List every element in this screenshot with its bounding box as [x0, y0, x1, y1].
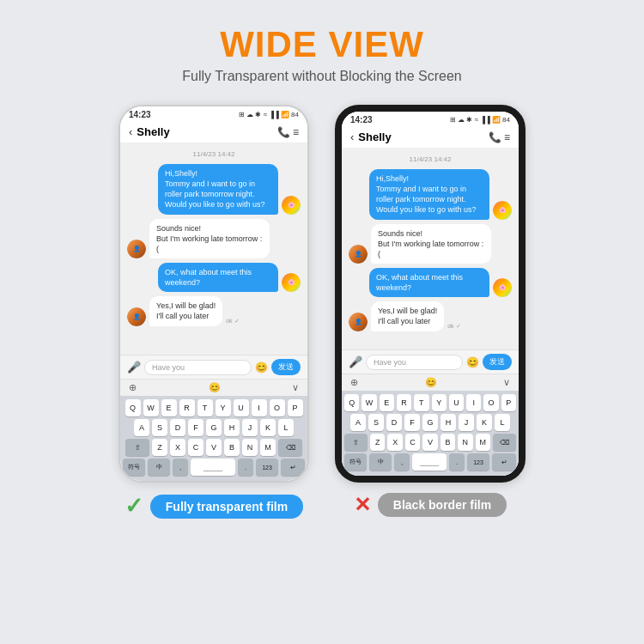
phone1-expand-icon[interactable]: ∨ — [292, 382, 299, 393]
phone2-key-chinese[interactable]: 中 — [369, 453, 392, 471]
phone2-key-v[interactable]: V — [422, 434, 437, 451]
phone1-avatar4: 👤 — [127, 307, 146, 326]
phone1-key-a[interactable]: A — [134, 419, 149, 436]
phone1-key-period[interactable]: . — [238, 459, 253, 476]
phone2-key-r[interactable]: R — [397, 394, 411, 411]
phone1-key-h[interactable]: H — [224, 419, 240, 436]
phone2-key-t[interactable]: T — [414, 394, 428, 411]
phone2-key-del[interactable]: ⌫ — [493, 434, 516, 451]
phone1-key-shift[interactable]: ⇧ — [125, 439, 149, 456]
phone1-date-label: 11/4/23 14:42 — [127, 150, 301, 158]
phone2-key-g[interactable]: G — [422, 414, 438, 431]
phone1-key-o[interactable]: O — [270, 399, 285, 416]
phone1-key-p[interactable]: P — [288, 399, 303, 416]
phone2-key-h[interactable]: H — [440, 414, 456, 431]
phone1-key-d[interactable]: D — [170, 419, 185, 436]
phone2-key-p[interactable]: P — [501, 394, 516, 411]
phone2-key-a[interactable]: A — [350, 414, 366, 431]
phone1-key-u[interactable]: U — [234, 399, 249, 416]
phone1-emoji-icon[interactable]: 😊 — [255, 361, 268, 374]
phone2-emoji2-icon[interactable]: 😊 — [425, 377, 437, 388]
phone1-key-j[interactable]: J — [242, 419, 258, 436]
phone1-key-t[interactable]: T — [197, 399, 213, 416]
phone2-status-icons: ⊞ ☁ ✱ ≈ ▐▐ 📶 84 — [450, 116, 510, 124]
phone1-key-c[interactable]: C — [188, 439, 204, 456]
phone2-cross-icon: ✕ — [354, 493, 371, 517]
phone1-key-z[interactable]: Z — [152, 439, 167, 456]
phone2-key-123[interactable]: 123 — [467, 453, 489, 471]
phone1-emoji2-icon[interactable]: 😊 — [209, 382, 221, 393]
phone2-key-f[interactable]: F — [404, 414, 420, 431]
phone2-back-icon[interactable]: ‹ — [350, 131, 354, 143]
phone1-send-button[interactable]: 发送 — [271, 359, 301, 375]
phone1-key-r[interactable]: R — [179, 399, 195, 416]
phone2-key-l[interactable]: L — [495, 414, 510, 431]
phone1-bubble3: OK, what about meet this weekend? — [158, 263, 278, 292]
phone1-key-space[interactable]: _____ — [191, 459, 235, 476]
phone1-key-n[interactable]: N — [242, 439, 258, 456]
phone2-key-u[interactable]: U — [449, 394, 464, 411]
phone2-send-button[interactable]: 发送 — [483, 354, 512, 370]
phone2-key-w[interactable]: W — [361, 394, 376, 411]
phone1-key-x[interactable]: X — [170, 439, 185, 456]
phone2-key-j[interactable]: J — [459, 414, 474, 431]
phone2-key-period[interactable]: . — [449, 453, 465, 471]
phone1-key-g[interactable]: G — [206, 419, 222, 436]
phone2-key-b[interactable]: B — [440, 434, 455, 451]
phone2-key-q[interactable]: Q — [344, 394, 359, 411]
phone1-key-i[interactable]: I — [252, 399, 267, 416]
phone1-key-f[interactable]: F — [188, 419, 204, 436]
phone2-sticker-icon[interactable]: ⊕ — [350, 377, 358, 388]
phone1-sticker-icon[interactable]: ⊕ — [129, 382, 137, 393]
phone2-chat-header: ‹ Shelly 📞 ≡ — [342, 126, 519, 149]
phone2-emoji-icon[interactable]: 😊 — [466, 356, 479, 368]
phone1-label: Fully transparent film — [150, 495, 303, 519]
phone2-key-space[interactable]: _____ — [412, 453, 447, 471]
phone2-key-n[interactable]: N — [458, 434, 472, 451]
phone1-back-icon[interactable]: ‹ — [129, 125, 132, 138]
phone1-key-q[interactable]: Q — [125, 399, 141, 416]
phone2-mic-icon[interactable]: 🎤 — [349, 355, 362, 368]
phone2-expand-icon[interactable]: ∨ — [503, 377, 510, 388]
phone1-msg3-row: 🌸 OK, what about meet this weekend? — [127, 263, 301, 292]
phone1-mic-icon[interactable]: 🎤 — [127, 361, 141, 374]
phone2-key-z[interactable]: Z — [370, 434, 385, 451]
phone2-key-symbol[interactable]: 符号 — [344, 453, 367, 471]
phone2-key-d[interactable]: D — [386, 414, 402, 431]
phone2-input-field[interactable]: Have you — [366, 355, 463, 370]
phone1-input-field[interactable]: Have you — [144, 360, 252, 375]
phone1-key-b[interactable]: B — [224, 439, 240, 456]
phone2-key-o[interactable]: O — [483, 394, 498, 411]
phone2-key-y[interactable]: Y — [432, 394, 447, 411]
phone2-key-x[interactable]: X — [387, 434, 402, 451]
phone1-key-e[interactable]: E — [161, 399, 177, 416]
phone1-key-m[interactable]: M — [260, 439, 276, 456]
phone1-key-y[interactable]: Y — [216, 399, 231, 416]
phone1-key-w[interactable]: W — [143, 399, 159, 416]
phone1-key-chinese[interactable]: 中 — [148, 459, 170, 476]
phone2-key-c[interactable]: C — [405, 434, 420, 451]
phone1-key-del[interactable]: ⌫ — [278, 439, 302, 456]
phone1-input-bar: 🎤 Have you 😊 发送 — [120, 355, 307, 379]
phone1-key-comma[interactable]: , — [173, 459, 188, 476]
phone2-key-enter[interactable]: ↵ — [492, 453, 516, 471]
phone1-avatar3: 🌸 — [282, 273, 301, 292]
phone1-key-row3: ⇧ Z X C V B N M ⌫ — [123, 439, 305, 456]
phone2-key-shift[interactable]: ⇧ — [344, 434, 368, 451]
phone2-key-row3: ⇧ Z X C V B N M ⌫ — [344, 434, 516, 451]
phone1-key-symbol[interactable]: 符号 — [123, 459, 145, 476]
phone1-key-k[interactable]: K — [260, 419, 276, 436]
phone1-key-v[interactable]: V — [206, 439, 222, 456]
phone2-key-i[interactable]: I — [466, 394, 481, 411]
phone2-key-m[interactable]: M — [476, 434, 490, 451]
phone2-msg1-row: 🌸 Hi,Shelly!Tommy and I want to go in ro… — [349, 169, 512, 220]
phone1-key-123[interactable]: 123 — [256, 459, 278, 476]
phone2-key-s[interactable]: S — [368, 414, 384, 431]
phone2-key-comma[interactable]: , — [394, 453, 410, 471]
phone1-key-l[interactable]: L — [278, 419, 294, 436]
phone2-key-k[interactable]: K — [477, 414, 492, 431]
phone1-device: 14:23 ⊞ ☁ ✱ ≈ ▐▐ 📶 84 ‹ Shelly 📞 ≡ 11/4/… — [118, 105, 309, 483]
phone1-key-enter[interactable]: ↵ — [281, 459, 305, 476]
phone1-key-s[interactable]: S — [152, 419, 167, 436]
phone2-key-e[interactable]: E — [380, 394, 394, 411]
